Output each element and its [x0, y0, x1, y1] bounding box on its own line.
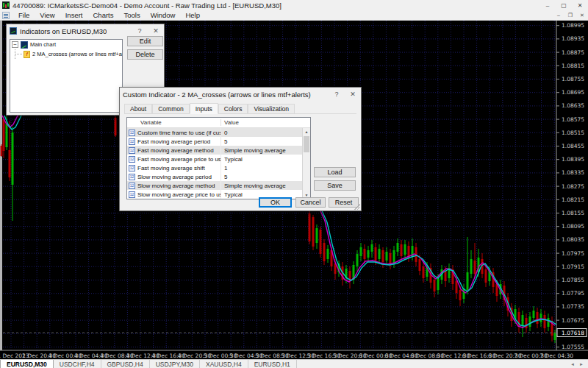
chart-tab-eurusd-h1[interactable]: EURUSD,H1: [248, 360, 297, 368]
variable-name: Slow moving average method: [137, 183, 215, 189]
menu-item-charts[interactable]: Charts: [88, 11, 119, 19]
input-row[interactable]: 12Fast moving average price to useTypica…: [127, 155, 302, 163]
tab-inputs[interactable]: Inputs: [190, 103, 218, 114]
scroll-up-icon[interactable]: ▲: [303, 128, 310, 135]
variable-value[interactable]: Simple moving average: [221, 147, 302, 154]
chart-tab-eurusd-m30[interactable]: EURUSD,M30: [0, 360, 54, 368]
tab-about[interactable]: About: [124, 104, 152, 113]
svg-text:1.07975: 1.07975: [562, 250, 584, 257]
input-type-icon: 12: [129, 183, 135, 189]
tree-expander-icon[interactable]: −: [12, 41, 18, 48]
inputs-table-body: 12Custom time frame to use (if custom ti…: [127, 128, 302, 199]
load-button[interactable]: Load: [314, 167, 356, 177]
mdi-restore-icon[interactable]: ❐: [564, 10, 576, 20]
svg-text:1.07735: 1.07735: [562, 303, 584, 310]
tab-scroll-left-icon[interactable]: ◄: [570, 362, 575, 367]
tree-item-main-chart[interactable]: − Main chart: [10, 40, 122, 49]
svg-text:1.08455: 1.08455: [562, 143, 584, 149]
maximize-icon[interactable]: ▢: [556, 0, 572, 10]
input-row[interactable]: 12Slow moving average period5: [127, 172, 302, 181]
inputs-table-header: Variable Value: [127, 118, 310, 128]
table-scrollbar[interactable]: ▲ ▼: [302, 128, 310, 199]
dialog-tabs: AboutCommonInputsColorsVisualization: [124, 103, 356, 114]
custom-indicator-dialog-title: Custom Indicator - 2 MA_crosses (arrows …: [123, 91, 311, 99]
input-type-icon: 12: [129, 191, 135, 198]
tab-scroll-right-icon[interactable]: ►: [579, 362, 584, 367]
input-row[interactable]: 12Fast moving average methodSimple movin…: [127, 146, 302, 155]
indicators-dialog-icon: [10, 27, 17, 35]
menu-item-file[interactable]: File: [13, 11, 35, 19]
chart-tab-xauusd-h4[interactable]: XAUUSD,H4: [200, 360, 248, 368]
menubar: FileViewInsertChartsToolsWindowHelp – ❐ …: [0, 10, 588, 21]
menu-item-window[interactable]: Window: [146, 11, 181, 19]
input-row[interactable]: 12Slow moving average methodSimple movin…: [127, 181, 302, 190]
minimize-icon[interactable]: –: [539, 0, 556, 10]
svg-text:1.08395: 1.08395: [562, 156, 584, 163]
chart-icon: [21, 41, 28, 49]
tree-item-label: 2 MA_crosses (arrows or lines mtf+alerts…: [32, 51, 123, 57]
svg-text:1.08095: 1.08095: [562, 223, 584, 230]
mdi-close-icon[interactable]: ✕: [576, 10, 588, 20]
svg-text:1.08035: 1.08035: [562, 236, 584, 243]
titlebar: 44700089: ICMarketsSC-Demo04 - Demo Acco…: [0, 0, 588, 10]
tab-common[interactable]: Common: [152, 104, 189, 113]
chart-tab-usdchf-h4[interactable]: USDCHF,H4: [54, 360, 101, 368]
save-button[interactable]: Save: [314, 180, 356, 191]
input-type-icon: 12: [129, 138, 135, 145]
menu-item-tools[interactable]: Tools: [118, 11, 145, 19]
tab-colors[interactable]: Colors: [218, 104, 248, 113]
svg-text:1.08515: 1.08515: [562, 130, 584, 136]
variable-value[interactable]: 5: [221, 138, 302, 145]
svg-text:1.07915: 1.07915: [562, 263, 584, 270]
tree-item-label: Main chart: [30, 41, 56, 48]
chart-window-icon[interactable]: [2, 12, 10, 19]
variable-value[interactable]: 1: [221, 165, 302, 171]
tab-visualization[interactable]: Visualization: [248, 104, 295, 113]
chart-tab-gbpusd-h4[interactable]: GBPUSD,H4: [101, 360, 150, 368]
svg-text:1.08215: 1.08215: [562, 197, 584, 203]
svg-text:1.08695: 1.08695: [562, 89, 584, 96]
variable-value[interactable]: 5: [221, 174, 302, 180]
inputs-table: Variable Value 12Custom time frame to us…: [126, 117, 311, 199]
svg-text:1.08575: 1.08575: [562, 116, 584, 123]
close-icon[interactable]: ✕: [572, 0, 588, 10]
custom-indicator-dialog-titlebar[interactable]: Custom Indicator - 2 MA_crosses (arrows …: [120, 88, 361, 101]
svg-text:1.08635: 1.08635: [562, 102, 584, 109]
input-type-icon: 12: [129, 130, 135, 136]
tree-connector: [15, 49, 24, 59]
edit-button[interactable]: Edit: [127, 36, 163, 46]
delete-button[interactable]: Delete: [127, 49, 163, 60]
svg-text:1.07855: 1.07855: [562, 277, 584, 283]
variable-value[interactable]: Simple moving average: [221, 183, 302, 189]
time-axis: 1 Dec 20231 Dec 20:304 Dec 00:304 Dec 04…: [0, 353, 573, 359]
variable-name: Fast moving average price to use: [137, 156, 221, 163]
variable-name: Fast moving average shift: [137, 165, 205, 171]
input-row[interactable]: 12Fast moving average shift1: [127, 163, 302, 172]
svg-text:1.08935: 1.08935: [562, 35, 584, 42]
menu-item-view[interactable]: View: [35, 11, 60, 19]
variable-value[interactable]: Typical: [221, 156, 302, 163]
svg-text:1.07618: 1.07618: [562, 330, 584, 336]
mdi-minimize-icon[interactable]: –: [553, 10, 564, 20]
fx-icon: f: [24, 51, 30, 58]
input-row[interactable]: 12Fast moving average period5: [127, 137, 302, 146]
chart-tab-usdjpy-m30[interactable]: USDJPY,M30: [150, 360, 200, 368]
scrollbar-thumb[interactable]: [304, 136, 309, 152]
help-icon[interactable]: ?: [329, 88, 345, 101]
cancel-button[interactable]: Cancel: [295, 197, 326, 208]
app-icon: [2, 1, 10, 9]
variable-name: Custom time frame to use (if custom tim.…: [137, 130, 221, 136]
close-icon[interactable]: ✕: [345, 88, 361, 101]
header-variable: Variable: [127, 119, 221, 126]
tree-item-indicator[interactable]: f 2 MA_crosses (arrows or lines mtf+aler…: [10, 49, 122, 59]
variable-name: Fast moving average method: [137, 147, 214, 154]
svg-text:1.08275: 1.08275: [562, 183, 584, 190]
menu-item-help[interactable]: Help: [180, 11, 205, 19]
variable-value[interactable]: 0: [221, 130, 302, 136]
input-type-icon: 12: [129, 156, 135, 163]
header-value: Value: [221, 119, 310, 126]
ok-button[interactable]: OK: [259, 197, 292, 208]
menu-item-insert[interactable]: Insert: [60, 11, 88, 19]
input-row[interactable]: 12Custom time frame to use (if custom ti…: [127, 128, 302, 137]
resize-grip[interactable]: [354, 204, 360, 210]
